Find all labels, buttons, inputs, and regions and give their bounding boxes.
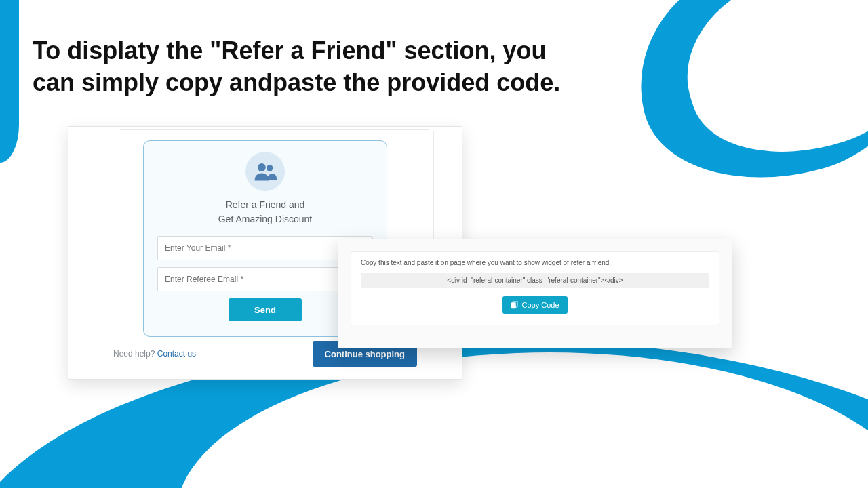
code-panel: Copy this text and paste it on page wher…: [338, 239, 732, 348]
decorative-left-bar: [0, 0, 19, 163]
send-button[interactable]: Send: [229, 298, 302, 321]
code-instruction: Copy this text and paste it on page wher…: [361, 259, 709, 266]
svg-rect-2: [511, 302, 516, 308]
refer-title-line1: Refer a Friend and: [226, 199, 305, 210]
copy-code-button[interactable]: Copy Code: [502, 296, 567, 314]
page-heading: To displaty the "Refer a Friend" section…: [33, 35, 589, 99]
contact-us-link[interactable]: Contact us: [157, 349, 196, 359]
svg-point-0: [258, 163, 266, 171]
help-prefix: Need help?: [113, 349, 157, 359]
code-snippet[interactable]: <div id="referal-container" class="refer…: [361, 273, 709, 288]
people-icon: [245, 152, 285, 191]
copy-icon: [511, 301, 518, 309]
refer-title-line2: Get Amazing Discount: [218, 214, 313, 224]
help-text: Need help? Contact us: [113, 349, 196, 359]
refer-title: Refer a Friend and Get Amazing Discount: [157, 198, 373, 226]
copy-code-label: Copy Code: [521, 301, 559, 309]
panel-top-strip: [120, 129, 429, 135]
svg-point-1: [267, 165, 273, 171]
code-card: Copy this text and paste it on page wher…: [351, 251, 719, 325]
